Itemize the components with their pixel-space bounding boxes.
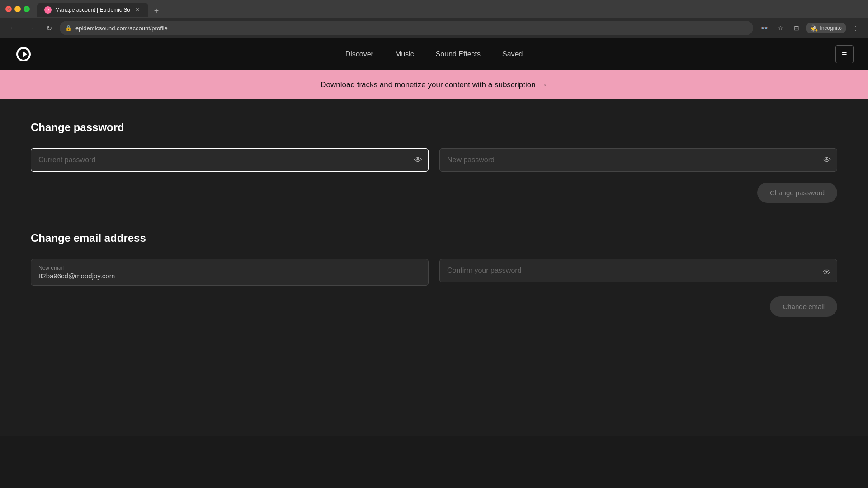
close-window-button[interactable]: ✕ — [5, 6, 12, 12]
bookmark-button[interactable]: ☆ — [773, 21, 788, 35]
new-tab-button[interactable]: + — [150, 5, 163, 17]
toggle-confirm-password-button[interactable]: 👁 — [823, 267, 831, 277]
new-email-value: 82ba96cd@moodjoy.com — [38, 272, 406, 280]
main-content: Change password 👁 👁 Ch — [0, 99, 868, 367]
browser-actions: 👓 ☆ ⊟ 🕵 Incognito ⋮ — [757, 21, 863, 35]
window-controls: ✕ − + — [5, 6, 30, 12]
nav-links: Discover Music Sound Effects Saved — [345, 50, 523, 58]
new-email-label: New email — [38, 265, 406, 271]
confirm-password-wrapper: 👁 — [439, 259, 837, 286]
tab-close-button[interactable]: ✕ — [134, 6, 141, 14]
nav-sound-effects[interactable]: Sound Effects — [436, 50, 481, 58]
lock-icon: 🔒 — [65, 25, 72, 31]
new-password-wrapper: 👁 — [439, 148, 837, 172]
eye-icon: 👁 — [414, 155, 422, 164]
tab-favicon: e — [44, 6, 52, 14]
promo-arrow: → — [539, 80, 547, 90]
browser-chrome: ✕ − + e Manage account | Epidemic So ✕ +… — [0, 0, 868, 436]
site-nav: Discover Music Sound Effects Saved ☰ — [0, 38, 868, 70]
site-logo[interactable] — [14, 45, 33, 63]
email-fields-row: New email 82ba96cd@moodjoy.com 👁 — [31, 259, 837, 286]
more-options-button[interactable]: ⋮ — [848, 21, 863, 35]
new-password-input[interactable] — [439, 148, 837, 172]
hamburger-menu-button[interactable]: ☰ — [835, 45, 854, 63]
browser-titlebar: ✕ − + e Manage account | Epidemic So ✕ + — [0, 0, 868, 18]
change-email-button[interactable]: Change email — [770, 296, 837, 317]
eye-icon-confirm: 👁 — [823, 267, 831, 277]
incognito-label: Incognito — [820, 25, 842, 31]
active-tab[interactable]: e Manage account | Epidemic So ✕ — [37, 3, 148, 17]
eye-icon-new: 👁 — [823, 155, 831, 164]
maximize-window-button[interactable]: + — [24, 6, 30, 12]
url-text: epidemicsound.com/account/profile — [75, 25, 168, 32]
refresh-button[interactable]: ↻ — [42, 21, 56, 35]
new-email-field[interactable]: New email 82ba96cd@moodjoy.com — [31, 259, 429, 286]
confirm-password-input[interactable] — [439, 259, 837, 282]
reading-mode-button[interactable]: 👓 — [757, 21, 771, 35]
tab-title: Manage account | Epidemic So — [55, 7, 130, 13]
browser-toolbar: ← → ↻ 🔒 epidemicsound.com/account/profil… — [0, 18, 868, 38]
tab-bar: e Manage account | Epidemic So ✕ + — [37, 1, 163, 17]
change-password-btn-row: Change password — [31, 183, 837, 203]
toggle-new-password-button[interactable]: 👁 — [823, 155, 831, 165]
back-button[interactable]: ← — [5, 21, 20, 35]
address-bar[interactable]: 🔒 epidemicsound.com/account/profile — [60, 21, 753, 35]
toggle-current-password-button[interactable]: 👁 — [414, 155, 422, 165]
new-email-wrapper: New email 82ba96cd@moodjoy.com — [31, 259, 429, 286]
password-fields-row: 👁 👁 — [31, 148, 837, 172]
promo-banner[interactable]: Download tracks and monetize your conten… — [0, 70, 868, 99]
minimize-window-button[interactable]: − — [14, 6, 21, 12]
nav-discover[interactable]: Discover — [345, 50, 373, 58]
change-password-title: Change password — [31, 121, 837, 134]
change-password-button[interactable]: Change password — [757, 183, 837, 203]
webpage: Discover Music Sound Effects Saved ☰ Dow… — [0, 38, 868, 436]
current-password-wrapper: 👁 — [31, 148, 429, 172]
forward-button[interactable]: → — [24, 21, 38, 35]
split-view-button[interactable]: ⊟ — [789, 21, 804, 35]
hamburger-icon: ☰ — [842, 51, 847, 58]
nav-saved[interactable]: Saved — [502, 50, 523, 58]
logo-icon — [15, 46, 32, 62]
change-email-btn-row: Change email — [31, 296, 837, 317]
change-email-title: Change email address — [31, 232, 837, 244]
incognito-badge: 🕵 Incognito — [806, 23, 846, 33]
incognito-icon: 🕵 — [810, 24, 818, 32]
nav-music[interactable]: Music — [395, 50, 414, 58]
current-password-input[interactable] — [31, 148, 429, 172]
promo-text: Download tracks and monetize your conten… — [321, 80, 535, 89]
